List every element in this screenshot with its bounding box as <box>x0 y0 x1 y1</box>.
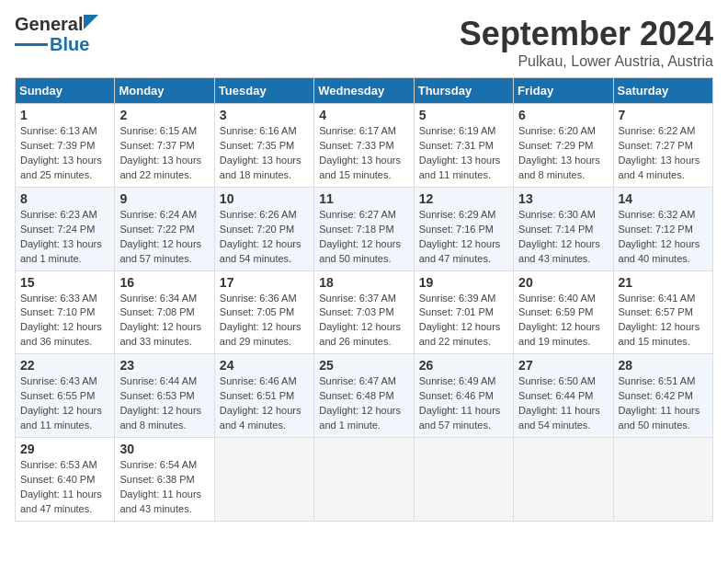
day-cell: 17 Sunrise: 6:36 AM Sunset: 7:05 PM Dayl… <box>214 270 313 354</box>
daylight-label: Daylight: 12 hours and 57 minutes. <box>119 238 201 264</box>
day-info: Sunrise: 6:40 AM Sunset: 6:59 PM Dayligh… <box>518 292 608 350</box>
logo-top-line: General <box>15 15 98 33</box>
week-row-1: 1 Sunrise: 6:13 AM Sunset: 7:39 PM Dayli… <box>16 104 713 188</box>
sunrise-label: Sunrise: 6:36 AM <box>220 293 297 304</box>
day-cell: 24 Sunrise: 6:46 AM Sunset: 6:51 PM Dayl… <box>214 354 313 438</box>
sunrise-label: Sunrise: 6:16 AM <box>220 125 297 136</box>
day-number: 27 <box>518 358 608 373</box>
day-info: Sunrise: 6:27 AM Sunset: 7:18 PM Dayligh… <box>319 208 408 267</box>
day-number: 6 <box>518 108 608 122</box>
day-cell: 6 Sunrise: 6:20 AM Sunset: 7:29 PM Dayli… <box>514 104 613 188</box>
day-cell <box>214 438 313 522</box>
daylight-label: Daylight: 12 hours and 40 minutes. <box>619 238 700 264</box>
daylight-label: Daylight: 13 hours and 25 minutes. <box>20 155 102 180</box>
daylight-label: Daylight: 12 hours and 22 minutes. <box>419 321 501 347</box>
day-cell: 28 Sunrise: 6:51 AM Sunset: 6:42 PM Dayl… <box>613 354 712 438</box>
day-number: 29 <box>20 442 109 456</box>
daylight-label: Daylight: 12 hours and 19 minutes. <box>518 321 600 347</box>
daylight-label: Daylight: 11 hours and 50 minutes. <box>619 405 700 431</box>
sunset-label: Sunset: 6:40 PM <box>20 474 95 485</box>
sunset-label: Sunset: 7:10 PM <box>20 306 95 317</box>
day-cell <box>414 438 513 522</box>
day-cell <box>613 438 712 522</box>
sunset-label: Sunset: 7:16 PM <box>419 224 494 235</box>
day-info: Sunrise: 6:54 AM Sunset: 6:38 PM Dayligh… <box>119 458 209 517</box>
week-row-5: 29 Sunrise: 6:53 AM Sunset: 6:40 PM Dayl… <box>16 438 713 522</box>
day-cell: 5 Sunrise: 6:19 AM Sunset: 7:31 PM Dayli… <box>414 104 513 188</box>
sunset-label: Sunset: 7:05 PM <box>220 306 294 317</box>
sunrise-label: Sunrise: 6:54 AM <box>119 459 197 470</box>
sunset-label: Sunset: 7:29 PM <box>518 140 593 151</box>
sunrise-label: Sunrise: 6:19 AM <box>419 125 496 136</box>
sunrise-label: Sunrise: 6:26 AM <box>220 209 297 220</box>
daylight-label: Daylight: 13 hours and 18 minutes. <box>220 155 301 180</box>
sunrise-label: Sunrise: 6:47 AM <box>319 375 396 386</box>
day-info: Sunrise: 6:17 AM Sunset: 7:33 PM Dayligh… <box>319 124 408 183</box>
day-info: Sunrise: 6:46 AM Sunset: 6:51 PM Dayligh… <box>220 374 309 433</box>
sunset-label: Sunset: 7:12 PM <box>619 224 693 235</box>
day-cell: 16 Sunrise: 6:34 AM Sunset: 7:08 PM Dayl… <box>115 270 214 354</box>
svg-marker-0 <box>84 15 98 29</box>
daylight-label: Daylight: 12 hours and 54 minutes. <box>220 238 301 264</box>
day-cell: 12 Sunrise: 6:29 AM Sunset: 7:16 PM Dayl… <box>414 187 513 270</box>
sunset-label: Sunset: 7:24 PM <box>20 224 95 235</box>
calendar-table: Sunday Monday Tuesday Wednesday Thursday… <box>15 77 713 522</box>
col-sunday: Sunday <box>16 78 115 104</box>
sunrise-label: Sunrise: 6:49 AM <box>419 375 496 386</box>
week-row-2: 8 Sunrise: 6:23 AM Sunset: 7:24 PM Dayli… <box>16 187 713 270</box>
day-cell: 30 Sunrise: 6:54 AM Sunset: 6:38 PM Dayl… <box>115 438 214 522</box>
sunset-label: Sunset: 6:38 PM <box>119 474 194 485</box>
location: Pulkau, Lower Austria, Austria <box>460 53 713 70</box>
day-info: Sunrise: 6:41 AM Sunset: 6:57 PM Dayligh… <box>619 292 708 350</box>
sunrise-label: Sunrise: 6:40 AM <box>518 293 596 304</box>
day-info: Sunrise: 6:29 AM Sunset: 7:16 PM Dayligh… <box>419 208 508 267</box>
day-number: 12 <box>419 191 508 206</box>
sunset-label: Sunset: 7:31 PM <box>419 140 494 151</box>
logo-bottom-line: Blue <box>15 34 89 55</box>
day-cell: 1 Sunrise: 6:13 AM Sunset: 7:39 PM Dayli… <box>16 104 115 188</box>
day-info: Sunrise: 6:49 AM Sunset: 6:46 PM Dayligh… <box>419 374 508 433</box>
sunrise-label: Sunrise: 6:17 AM <box>319 125 396 136</box>
day-info: Sunrise: 6:37 AM Sunset: 7:03 PM Dayligh… <box>319 292 408 350</box>
sunset-label: Sunset: 6:55 PM <box>20 390 95 401</box>
day-info: Sunrise: 6:30 AM Sunset: 7:14 PM Dayligh… <box>518 208 608 267</box>
day-cell: 7 Sunrise: 6:22 AM Sunset: 7:27 PM Dayli… <box>613 104 712 188</box>
logo-general-text: General <box>15 15 83 33</box>
day-cell: 23 Sunrise: 6:44 AM Sunset: 6:53 PM Dayl… <box>115 354 214 438</box>
day-cell: 11 Sunrise: 6:27 AM Sunset: 7:18 PM Dayl… <box>314 187 414 270</box>
day-number: 23 <box>119 358 209 373</box>
col-thursday: Thursday <box>414 78 513 104</box>
daylight-label: Daylight: 12 hours and 36 minutes. <box>20 321 102 347</box>
sunset-label: Sunset: 7:22 PM <box>119 224 194 235</box>
daylight-label: Daylight: 12 hours and 11 minutes. <box>20 405 102 431</box>
sunset-label: Sunset: 7:03 PM <box>319 306 393 317</box>
day-cell: 27 Sunrise: 6:50 AM Sunset: 6:44 PM Dayl… <box>514 354 613 438</box>
sunrise-label: Sunrise: 6:43 AM <box>20 375 97 386</box>
sunset-label: Sunset: 6:46 PM <box>419 390 494 401</box>
daylight-label: Daylight: 13 hours and 1 minute. <box>20 238 102 264</box>
day-number: 24 <box>220 358 309 373</box>
day-cell <box>514 438 613 522</box>
daylight-label: Daylight: 13 hours and 22 minutes. <box>119 155 201 180</box>
daylight-label: Daylight: 13 hours and 11 minutes. <box>419 155 501 180</box>
daylight-label: Daylight: 11 hours and 43 minutes. <box>119 488 201 514</box>
day-cell: 22 Sunrise: 6:43 AM Sunset: 6:55 PM Dayl… <box>16 354 115 438</box>
sunrise-label: Sunrise: 6:23 AM <box>20 209 97 220</box>
day-cell: 14 Sunrise: 6:32 AM Sunset: 7:12 PM Dayl… <box>613 187 712 270</box>
day-cell: 29 Sunrise: 6:53 AM Sunset: 6:40 PM Dayl… <box>16 438 115 522</box>
day-number: 16 <box>119 275 209 290</box>
daylight-label: Daylight: 13 hours and 4 minutes. <box>619 155 700 180</box>
day-number: 26 <box>419 358 508 373</box>
day-number: 3 <box>220 108 309 122</box>
day-number: 1 <box>20 108 109 122</box>
sunset-label: Sunset: 7:39 PM <box>20 140 95 151</box>
daylight-label: Daylight: 12 hours and 26 minutes. <box>319 321 401 347</box>
col-monday: Monday <box>115 78 214 104</box>
daylight-label: Daylight: 11 hours and 54 minutes. <box>518 405 600 431</box>
day-number: 8 <box>20 191 109 206</box>
daylight-label: Daylight: 12 hours and 43 minutes. <box>518 238 600 264</box>
daylight-label: Daylight: 12 hours and 50 minutes. <box>319 238 401 264</box>
sunrise-label: Sunrise: 6:44 AM <box>119 375 197 386</box>
day-info: Sunrise: 6:19 AM Sunset: 7:31 PM Dayligh… <box>419 124 508 183</box>
title-section: September 2024 Pulkau, Lower Austria, Au… <box>460 15 713 70</box>
